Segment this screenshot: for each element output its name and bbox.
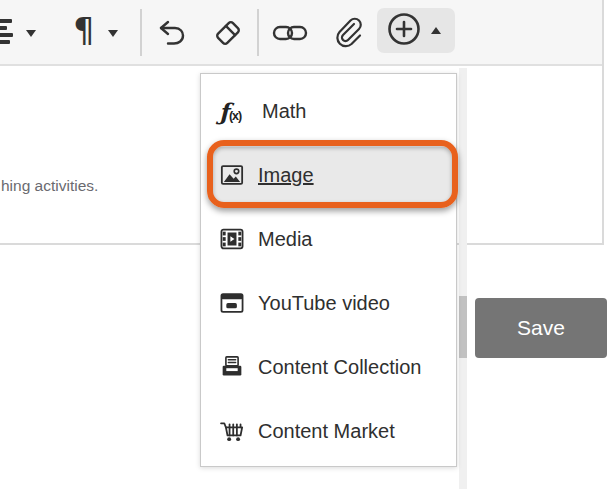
- menu-item-label: Math: [262, 100, 306, 123]
- content-market-icon: [219, 418, 245, 444]
- align-left-icon: [0, 19, 15, 45]
- menu-item-label: Content Market: [258, 420, 395, 443]
- rich-text-editor-screen: ¶: [0, 0, 613, 489]
- paragraph-button[interactable]: ¶: [73, 13, 95, 47]
- add-content-menu: ƒ(x) Math Image: [200, 73, 457, 467]
- math-function-icon: ƒ(x): [219, 100, 249, 123]
- content-collection-icon: [219, 354, 245, 380]
- eraser-icon: [212, 17, 244, 49]
- menu-item-label: Image: [258, 164, 314, 187]
- menu-item-hover-highlight: [213, 147, 453, 203]
- scrollbar-thumb[interactable]: [459, 296, 467, 358]
- image-icon: [219, 162, 245, 188]
- menu-item-content-collection[interactable]: Content Collection: [201, 335, 456, 399]
- link-icon: [272, 19, 308, 47]
- menu-item-label: Content Collection: [258, 356, 421, 379]
- toolbar-divider: [140, 9, 142, 56]
- menu-item-media[interactable]: Media: [201, 207, 456, 271]
- undo-icon: [156, 17, 188, 49]
- editor-toolbar: ¶: [0, 0, 602, 66]
- scrollbar-track[interactable]: [459, 68, 467, 489]
- editor-body-text: hing activities.: [1, 177, 98, 195]
- alignment-button[interactable]: [0, 19, 15, 45]
- menu-item-youtube-video[interactable]: YouTube video: [201, 271, 456, 335]
- paperclip-icon: [330, 15, 364, 51]
- chevron-up-icon: [431, 27, 441, 34]
- attach-file-button[interactable]: [330, 15, 364, 51]
- plus-circle-icon: [386, 11, 422, 51]
- youtube-video-icon: [219, 290, 245, 316]
- menu-item-label: YouTube video: [258, 292, 390, 315]
- add-content-button[interactable]: [377, 8, 455, 53]
- menu-item-math[interactable]: ƒ(x) Math: [201, 79, 456, 143]
- chevron-down-icon: [108, 30, 118, 37]
- menu-item-image[interactable]: Image: [201, 143, 456, 207]
- toolbar-divider: [257, 9, 259, 56]
- paragraph-caret[interactable]: [108, 30, 118, 37]
- media-icon: [219, 226, 245, 252]
- clear-formatting-button[interactable]: [212, 17, 244, 49]
- alignment-caret[interactable]: [26, 30, 36, 37]
- chevron-down-icon: [26, 30, 36, 37]
- menu-item-content-market[interactable]: Content Market: [201, 399, 456, 463]
- menu-item-label: Media: [258, 228, 312, 251]
- paragraph-icon: ¶: [73, 13, 95, 47]
- save-button[interactable]: Save: [475, 298, 607, 358]
- insert-link-button[interactable]: [272, 19, 308, 47]
- undo-button[interactable]: [156, 17, 188, 49]
